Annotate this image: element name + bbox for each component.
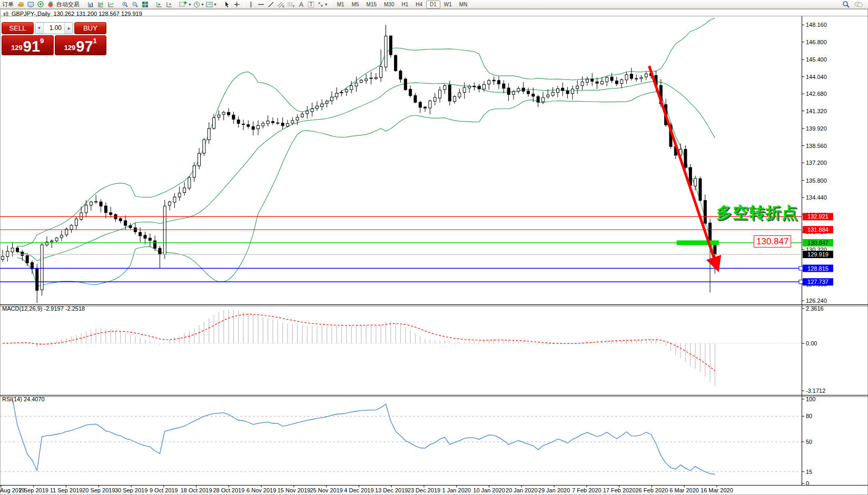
timeframe-H4[interactable]: H4	[412, 1, 426, 8]
periods-clock-icon[interactable]: ▼	[193, 1, 205, 8]
timeframe-MN[interactable]: MN	[456, 1, 471, 8]
terminal-icon[interactable]	[26, 1, 35, 8]
toolbar-separator	[331, 1, 331, 8]
date-tick-label: 6 Mar 2020	[669, 487, 699, 493]
buy-price-prefix: 129	[64, 44, 76, 52]
zoom-in-icon[interactable]	[120, 1, 130, 8]
price-level-box[interactable]: 130.847	[754, 235, 791, 247]
toolbar-separator	[220, 1, 220, 8]
text-icon[interactable]: A	[297, 1, 306, 8]
buy-price-pip: 1	[93, 37, 97, 45]
add-indicator-icon[interactable]: ▼	[179, 1, 192, 8]
chart-canvas[interactable]: 148.160146.800145.400144.040142.680141.3…	[0, 0, 868, 495]
price-tick-label: 141.320	[806, 108, 827, 114]
toolbar-separator	[117, 1, 118, 8]
date-tick-label: 23 Dec 2019	[408, 487, 440, 493]
signal-icon[interactable]	[36, 1, 45, 8]
timeframe-M30[interactable]: M30	[380, 1, 398, 8]
price-tick-label: 145.400	[806, 56, 827, 63]
date-tick-label: 25 Nov 2019	[310, 487, 343, 493]
gold-icon[interactable]	[16, 1, 25, 8]
date-tick-label: 15 Nov 2019	[278, 487, 310, 493]
bar-chart-icon[interactable]	[86, 1, 95, 8]
chat-icon[interactable]	[854, 1, 863, 8]
cursor-icon[interactable]	[222, 1, 232, 8]
macd-label: MACD(12,26,9) -2.9197 -2.2518	[2, 305, 85, 312]
timeframe-W1[interactable]: W1	[440, 1, 456, 8]
toolbar-separator	[83, 1, 84, 8]
timeframe-M5[interactable]: M5	[348, 1, 363, 8]
date-tick-label: 30 Sep 2019	[115, 487, 147, 493]
date-tick-label: 29 Jan 2020	[538, 487, 570, 493]
date-tick-label: 28 Oct 2019	[213, 487, 244, 493]
template-icon[interactable]: ▼	[205, 1, 218, 8]
order-button[interactable]: 订单	[2, 1, 15, 8]
rsi-axis-label: 0	[806, 480, 809, 487]
chart-title: GBPJPY-,Daily 130.262 131.200 128.567 12…	[4, 11, 142, 17]
arrows-icon[interactable]: ▼	[317, 1, 329, 8]
macd-axis-label: 0.00	[806, 340, 817, 346]
autotrading-button[interactable]: 自动交易	[56, 1, 81, 8]
search-icon[interactable]	[841, 1, 851, 8]
price-badge-label: 129.919	[807, 251, 828, 258]
auto-scroll-icon[interactable]	[154, 1, 164, 8]
toolbar-separator	[176, 1, 176, 8]
sell-price-prefix: 129	[11, 44, 23, 52]
timeframe-M15[interactable]: M15	[363, 1, 380, 8]
turning-point-annotation[interactable]: 多空转折点	[716, 202, 798, 224]
price-badge-label: 132.921	[807, 213, 828, 220]
date-tick-label: 7 Feb 2020	[572, 487, 601, 493]
crosshair-icon[interactable]	[232, 1, 242, 8]
toolbar-separator	[244, 1, 244, 8]
sell-button[interactable]: SELL	[2, 22, 34, 34]
price-tick-label: 138.560	[806, 143, 827, 149]
chart-shift-icon[interactable]	[164, 1, 174, 8]
symbol-timeframe-label: GBPJPY-,Daily	[12, 11, 51, 17]
buy-price-panel[interactable]: 129 97 1	[55, 35, 107, 55]
price-tick-label: 137.200	[806, 160, 827, 166]
zoom-out-icon[interactable]	[130, 1, 140, 8]
tile-windows-icon[interactable]	[140, 1, 150, 8]
highlight-bar	[677, 240, 719, 245]
date-tick-label: 4 Dec 2019	[344, 487, 373, 493]
volume-increase-button[interactable]: ▲	[64, 23, 73, 34]
equidistant-channel-icon[interactable]: E	[277, 1, 286, 8]
price-tick-label: 134.440	[806, 194, 827, 201]
buy-price-main: 97	[76, 39, 93, 53]
date-tick-label: 6 Nov 2019	[246, 487, 276, 493]
sell-price-panel[interactable]: 129 91 9	[2, 35, 54, 55]
horizontal-line-icon[interactable]	[257, 1, 266, 8]
price-badge-label: 130.847	[807, 240, 828, 246]
text-label-icon[interactable]: T	[307, 1, 316, 8]
volume-value[interactable]: 1.00	[44, 23, 64, 34]
date-tick-label: 10 Jan 2020	[473, 487, 505, 493]
candlestick-chart-icon[interactable]	[96, 1, 105, 8]
trendline-icon[interactable]	[267, 1, 276, 8]
macd-axis-label: -3.1712	[806, 388, 825, 394]
timeframe-M1[interactable]: M1	[333, 1, 348, 8]
svg-text:F: F	[293, 5, 295, 8]
volume-decrease-button[interactable]: ▼	[35, 23, 44, 34]
buy-button[interactable]: BUY	[74, 22, 106, 34]
fibonacci-icon[interactable]: F	[287, 1, 296, 8]
date-tick-label: 17 Feb 2020	[603, 487, 636, 493]
one-click-trading-panel: SELL ▼ 1.00 ▲ BUY 129 91 9 129 97 1	[2, 22, 106, 55]
price-tick-label: 126.240	[806, 298, 827, 304]
rsi-axis-label: 100	[806, 396, 815, 402]
date-tick-label: 9 Oct 2019	[150, 487, 178, 493]
timeframe-H1[interactable]: H1	[398, 1, 412, 8]
rsi-axis-label: 80	[806, 413, 812, 419]
price-tick-label: 139.920	[806, 125, 827, 132]
vertical-line-icon[interactable]	[246, 1, 256, 8]
svg-text:T: T	[310, 2, 313, 7]
autotrading-icon[interactable]	[46, 1, 55, 8]
price-tick-label: 135.800	[806, 177, 827, 184]
sell-price-pip: 9	[40, 37, 44, 45]
rsi-axis-label: 50	[806, 439, 812, 445]
timeframe-D1[interactable]: D1	[426, 1, 440, 8]
line-chart-icon[interactable]	[106, 1, 115, 8]
macd-axis-label: 2.3616	[806, 305, 824, 312]
date-tick-label: 2 Sep 2019	[19, 487, 48, 493]
price-badge-label: 131.884	[807, 226, 828, 233]
svg-text:A: A	[299, 1, 303, 8]
